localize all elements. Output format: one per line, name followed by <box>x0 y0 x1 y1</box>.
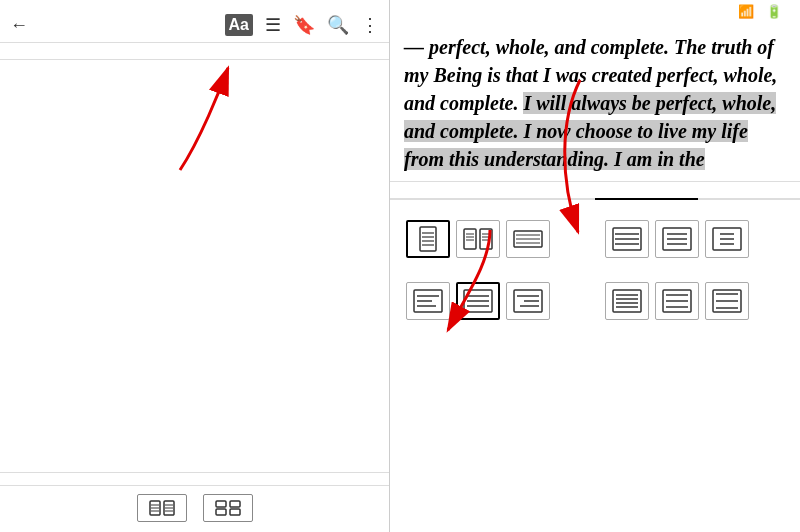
svg-rect-18 <box>480 229 492 249</box>
orientation-portrait-single[interactable] <box>406 220 450 258</box>
signal-icon: 📶 <box>738 4 754 19</box>
right-panel: 📶 🔋 — perfect, whole, and complete. The … <box>390 0 800 532</box>
alignment-right[interactable] <box>506 282 550 320</box>
svg-rect-53 <box>613 290 641 312</box>
list-view-button[interactable] <box>137 494 187 522</box>
landscape-icon <box>512 226 544 252</box>
orientation-group <box>406 212 585 258</box>
margins-buttons <box>605 220 784 258</box>
tab-more[interactable] <box>698 182 801 198</box>
tab-font[interactable] <box>493 182 596 198</box>
margins-group <box>605 212 784 258</box>
alignment-left[interactable] <box>406 282 450 320</box>
nav-icons: Aa ☰ 🔖 🔍 ⋮ <box>225 14 379 36</box>
chapter-info <box>0 472 389 485</box>
book-title <box>0 43 389 60</box>
back-arrow-icon: ← <box>10 15 28 36</box>
spacing-tight[interactable] <box>605 282 649 320</box>
margins-medium[interactable] <box>655 220 699 258</box>
list-view-icon <box>148 499 176 517</box>
svg-rect-10 <box>216 509 226 515</box>
margins-medium-icon <box>661 226 693 252</box>
align-left-icon <box>412 288 444 314</box>
bookmark-icon[interactable]: 🔖 <box>293 14 315 36</box>
orientation-landscape[interactable] <box>506 220 550 258</box>
tab-layout[interactable] <box>595 182 698 198</box>
orientation-portrait-split[interactable] <box>456 220 500 258</box>
book-content <box>0 60 389 472</box>
svg-rect-11 <box>230 509 240 515</box>
search-icon[interactable]: 🔍 <box>327 14 349 36</box>
settings-row-bottom <box>406 274 784 320</box>
svg-rect-12 <box>420 227 436 251</box>
spacing-group <box>605 274 784 320</box>
toc-icon[interactable]: ☰ <box>265 14 281 36</box>
margins-wide[interactable] <box>705 220 749 258</box>
svg-rect-9 <box>230 501 240 507</box>
back-button[interactable]: ← <box>10 15 32 36</box>
portrait-single-icon <box>412 226 444 252</box>
spacing-normal[interactable] <box>655 282 699 320</box>
grid-view-button[interactable] <box>203 494 253 522</box>
spacing-buttons <box>605 282 784 320</box>
tab-themes[interactable] <box>390 182 493 198</box>
svg-rect-8 <box>216 501 226 507</box>
portrait-split-icon <box>462 226 494 252</box>
margins-wide-icon <box>711 226 743 252</box>
alignment-justified[interactable] <box>456 282 500 320</box>
align-right-icon <box>512 288 544 314</box>
status-bar-left <box>0 0 389 8</box>
align-justified-icon <box>462 288 494 314</box>
settings-content <box>390 200 800 532</box>
grid-view-icon <box>214 499 242 517</box>
more-icon[interactable]: ⋮ <box>361 14 379 36</box>
spacing-loose-icon <box>711 288 743 314</box>
orientation-buttons <box>406 220 585 258</box>
spacing-normal-icon <box>661 288 693 314</box>
tabs-bar <box>390 181 800 200</box>
margins-narrow-icon <box>611 226 643 252</box>
spacing-loose[interactable] <box>705 282 749 320</box>
battery-icon: 🔋 <box>766 4 782 19</box>
book-text-area: — perfect, whole, and complete. The trut… <box>390 23 800 181</box>
top-nav: ← Aa ☰ 🔖 🔍 ⋮ <box>0 8 389 43</box>
spacing-tight-icon <box>611 288 643 314</box>
margins-narrow[interactable] <box>605 220 649 258</box>
alignment-buttons <box>406 282 585 320</box>
status-bar-right: 📶 🔋 <box>390 0 800 23</box>
bottom-controls <box>0 485 389 532</box>
font-icon[interactable]: Aa <box>225 14 253 36</box>
left-panel: ← Aa ☰ 🔖 🔍 ⋮ <box>0 0 390 532</box>
alignment-group <box>406 274 585 320</box>
settings-row-top <box>406 212 784 258</box>
svg-rect-17 <box>464 229 476 249</box>
